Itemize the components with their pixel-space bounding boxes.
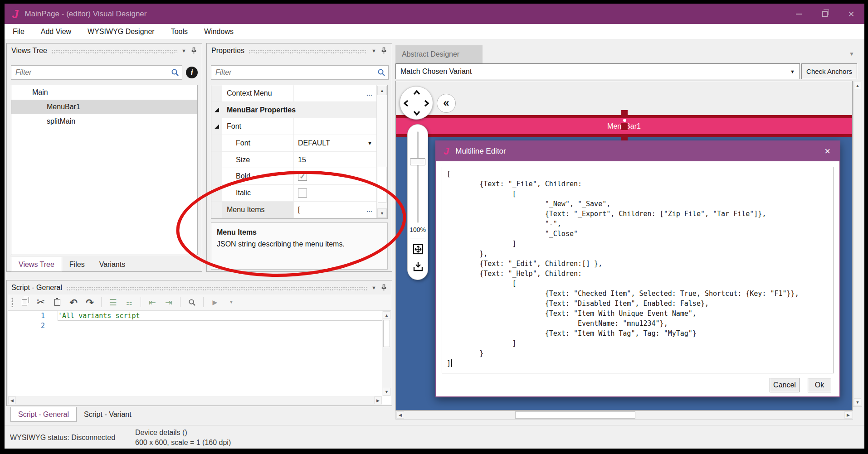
property-value[interactable]: 15 [294, 152, 376, 168]
menu-item-wysiwyg-designer[interactable]: WYSIWYG Designer [88, 28, 155, 36]
undo-button[interactable]: ↶ [68, 297, 78, 307]
ellipsis-button[interactable]: ... [366, 206, 372, 214]
copy-button[interactable] [20, 297, 29, 307]
scroll-down-icon[interactable]: ▼ [377, 208, 387, 218]
anchor-handle-bottom[interactable] [621, 134, 628, 140]
property-row-font[interactable]: FontDEFAULT▼ [211, 135, 376, 152]
variant-dropdown[interactable]: Match Chosen Variant ▼ [395, 63, 800, 79]
anchor-handle-top[interactable] [621, 110, 628, 117]
editor-vertical-scrollbar[interactable]: ▲ ▼ [382, 311, 391, 396]
scroll-up-icon[interactable]: ▲ [377, 86, 387, 95]
pin-icon[interactable] [190, 47, 197, 54]
checkbox-italic[interactable] [298, 188, 307, 198]
tab-variants[interactable]: Variants [92, 257, 133, 272]
property-row-menu-items[interactable]: Menu Items[... [211, 202, 376, 218]
zoom-slider-handle[interactable] [410, 158, 425, 165]
menu-item-tools[interactable]: Tools [171, 28, 188, 36]
property-value[interactable]: [... [294, 202, 376, 218]
pan-down-icon[interactable] [413, 111, 420, 116]
scroll-right-icon[interactable]: ▶ [844, 411, 852, 419]
property-value[interactable]: ... [294, 85, 376, 101]
scroll-left-icon[interactable]: ◀ [396, 411, 404, 419]
scroll-up-icon[interactable]: ▲ [383, 311, 390, 319]
scroll-down-icon[interactable]: ▼ [383, 388, 390, 396]
tab-script-variant[interactable]: Script - Variant [77, 407, 139, 422]
tree-node-menubar1[interactable]: MenuBar1 [11, 100, 197, 114]
checkbox-bold[interactable]: ✓ [298, 172, 307, 181]
code-line-1[interactable]: 1'All variants script [8, 311, 391, 321]
property-row-italic[interactable]: Italic [211, 185, 376, 202]
close-button[interactable]: × [838, 4, 864, 24]
tree-node-splitmain[interactable]: splitMain [11, 114, 197, 129]
search-icon[interactable] [377, 68, 385, 78]
cancel-button[interactable]: Cancel [770, 378, 800, 392]
comment-button[interactable]: ☰ [108, 297, 118, 307]
scroll-up-icon[interactable]: ▲ [854, 82, 861, 89]
tab-views-tree[interactable]: Views Tree [11, 257, 62, 272]
property-value[interactable]: ✓ [294, 168, 376, 184]
menu-item-add-view[interactable]: Add View [41, 28, 71, 36]
scrollbar-thumb[interactable] [378, 167, 386, 203]
property-row-menubar-properties[interactable]: MenuBar Properties [211, 102, 376, 119]
property-value[interactable] [294, 118, 376, 135]
menu-item-file[interactable]: File [13, 28, 24, 36]
code-line-2[interactable]: 2 [8, 321, 391, 331]
paste-button[interactable] [52, 297, 62, 307]
pan-right-icon[interactable] [424, 100, 429, 107]
download-view-button[interactable] [412, 261, 424, 272]
property-row-bold[interactable]: Bold✓ [211, 168, 376, 185]
tab-files[interactable]: Files [62, 257, 92, 272]
run-button[interactable]: ▶ [210, 297, 220, 307]
pin-icon[interactable] [380, 47, 387, 54]
properties-filter-input[interactable] [211, 65, 389, 80]
fit-to-screen-button[interactable] [412, 243, 424, 255]
minimize-button[interactable] [785, 4, 812, 24]
tree-node-main[interactable]: Main [11, 85, 197, 100]
editor-horizontal-scrollbar[interactable]: ◀ ▶ [8, 396, 382, 405]
scroll-down-icon[interactable]: ▼ [854, 398, 861, 406]
chevron-down-icon[interactable]: ▼ [367, 140, 372, 146]
cut-button[interactable]: ✂ [36, 297, 46, 307]
chevron-down-icon[interactable]: ▼ [371, 48, 376, 53]
maximize-button[interactable] [812, 4, 838, 24]
pan-control[interactable] [400, 86, 433, 120]
property-row-font[interactable]: Font [211, 118, 376, 135]
property-row-size[interactable]: Size15 [211, 152, 376, 169]
property-value[interactable] [294, 185, 376, 201]
indent-button[interactable]: ⇥ [164, 297, 174, 307]
property-grid-scrollbar[interactable]: ▲ ▼ [376, 85, 387, 218]
search-icon[interactable] [171, 68, 179, 78]
chevron-down-icon[interactable]: ▼ [371, 285, 376, 290]
scroll-right-icon[interactable]: ▶ [374, 396, 382, 404]
scrollbar-thumb[interactable] [515, 411, 635, 419]
zoom-slider-track[interactable] [417, 131, 419, 223]
toolbar-grip-icon[interactable] [11, 297, 13, 307]
redo-button[interactable]: ↷ [85, 297, 95, 307]
dialog-close-icon[interactable]: × [824, 146, 830, 156]
toolbar-overflow-icon[interactable]: ▼ [226, 297, 236, 307]
pin-icon[interactable] [380, 284, 387, 291]
collapse-toolbox-button[interactable]: « [437, 94, 456, 113]
property-row-context-menu[interactable]: Context Menu... [211, 85, 376, 102]
menu-item-windows[interactable]: Windows [204, 28, 234, 36]
info-icon[interactable]: i [186, 67, 198, 78]
chevron-down-icon[interactable]: ▼ [849, 51, 854, 57]
views-filter-input[interactable] [11, 65, 182, 80]
designer-vertical-scrollbar[interactable]: ▲ ▼ [853, 81, 862, 407]
expander-icon[interactable] [215, 108, 219, 112]
pan-left-icon[interactable] [404, 100, 409, 107]
scroll-left-icon[interactable]: ◀ [8, 396, 16, 404]
tab-abstract-designer[interactable]: Abstract Designer [395, 45, 483, 63]
search-button[interactable] [187, 297, 197, 307]
uncomment-button[interactable]: ⚏ [124, 297, 134, 307]
ellipsis-button[interactable]: ... [366, 89, 372, 97]
pan-up-icon[interactable] [413, 90, 420, 95]
chevron-down-icon[interactable]: ▼ [181, 48, 186, 53]
anchor-handle-middle[interactable] [621, 123, 628, 130]
tab-script-general[interactable]: Script - General [10, 407, 77, 422]
expander-icon[interactable] [215, 124, 219, 129]
outdent-button[interactable]: ⇤ [147, 297, 157, 307]
check-anchors-button[interactable]: Check Anchors [801, 63, 857, 79]
dialog-title-bar[interactable]: J Multiline Editor × [436, 141, 839, 161]
ok-button[interactable]: Ok [808, 378, 831, 392]
